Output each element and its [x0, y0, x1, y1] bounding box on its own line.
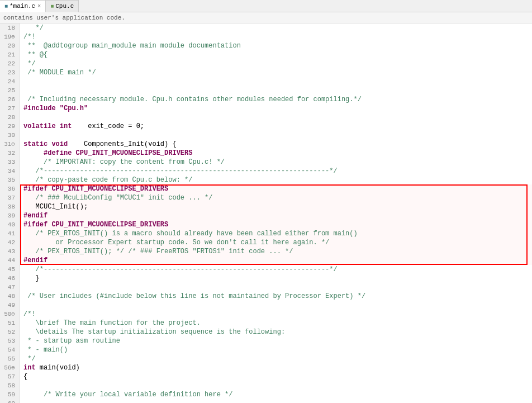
code-line-28: [23, 113, 532, 122]
tab-icon-cpu: ■: [50, 3, 54, 10]
line-num-40: 40: [0, 220, 17, 229]
code-line-39: #endif: [23, 211, 532, 220]
line-num-33: 33: [0, 158, 17, 167]
code-line-47: [23, 283, 532, 292]
code-line-58: [23, 381, 532, 390]
code-line-55: */: [23, 354, 532, 363]
line-num-47: 47: [0, 283, 17, 292]
code-line-30: [23, 131, 532, 140]
code-line-20: ** @addtogroup main_module main module d…: [23, 41, 532, 50]
line-num-59: 59: [0, 390, 17, 399]
line-num-58: 58: [0, 381, 17, 390]
line-num-46: 46: [0, 274, 17, 283]
line-num-56: 56⊖: [0, 363, 17, 372]
line-num-49: 49: [0, 301, 17, 310]
line-num-48: 48: [0, 292, 17, 301]
tab-bar: ■ *main.c × ■ Cpu.c: [0, 0, 532, 12]
line-num-35: 35: [0, 176, 17, 184]
code-line-23: /* MODULE main */: [23, 68, 532, 77]
code-line-42: or Processor Expert startup code. So we …: [23, 238, 532, 247]
line-num-18: 18: [0, 23, 17, 32]
code-line-51: \brief The main function for the project…: [23, 319, 532, 328]
code-line-38: MCUC1_Init();: [23, 202, 532, 211]
path-suffix: contains user's application code.: [3, 15, 125, 21]
line-numbers: 1819⊖202122232425262728293031⊖3233343536…: [0, 23, 20, 403]
code-line-34: /*--------------------------------------…: [23, 167, 532, 176]
code-line-25: [23, 86, 532, 95]
line-num-21: 21: [0, 50, 17, 59]
line-num-29: 29: [0, 122, 17, 131]
code-line-26: /* Including necessary module. Cpu.h con…: [23, 95, 532, 104]
code-line-29: volatile int exit_code = 0;: [23, 122, 532, 131]
code-line-60: [23, 399, 532, 403]
line-num-23: 23: [0, 68, 17, 77]
line-num-24: 24: [0, 77, 17, 86]
line-num-42: 42: [0, 238, 17, 247]
code-line-45: /*--------------------------------------…: [23, 265, 532, 274]
code-line-32: #define CPU_INIT_MCUONECLIPSE_DRIVERS: [23, 149, 532, 158]
line-num-26: 26: [0, 95, 17, 104]
line-num-27: 27: [0, 104, 17, 113]
line-num-22: 22: [0, 59, 17, 68]
code-line-27: #include "Cpu.h": [23, 104, 532, 113]
code-line-50: /*!: [23, 310, 532, 319]
line-num-36: 36: [0, 184, 17, 193]
code-line-35: /* copy-paste code from Cpu.c below: */: [23, 176, 532, 184]
code-line-21: ** @{: [23, 50, 532, 59]
code-editor: 1819⊖202122232425262728293031⊖3233343536…: [0, 23, 532, 403]
tab-label-main: *main.c: [10, 3, 35, 10]
code-line-46: }: [23, 274, 532, 283]
code-line-59: /* Write your local variable definition …: [23, 390, 532, 399]
code-line-33: /* IMPORTANT: copy the content from Cpu.…: [23, 158, 532, 167]
code-line-18: */: [23, 23, 532, 32]
code-line-40: #ifdef CPU_INIT_MCUONECLIPSE_DRIVERS: [23, 220, 532, 229]
line-num-57: 57: [0, 372, 17, 381]
line-num-55: 55: [0, 354, 17, 363]
line-num-20: 20: [0, 41, 17, 50]
code-line-54: * - main(): [23, 345, 532, 354]
line-num-25: 25: [0, 86, 17, 95]
line-num-53: 53: [0, 336, 17, 345]
tab-main-c[interactable]: ■ *main.c ×: [0, 0, 46, 12]
line-num-50: 50⊖: [0, 310, 17, 319]
line-num-37: 37: [0, 193, 17, 202]
code-line-19: /*!: [23, 32, 532, 41]
code-line-53: * - startup asm routine: [23, 336, 532, 345]
line-num-31: 31⊖: [0, 140, 17, 149]
line-num-43: 43: [0, 247, 17, 256]
code-line-43: /* PEX_RTOS_INIT(); */ /* ### FreeRTOS "…: [23, 247, 532, 256]
code-line-22: */: [23, 59, 532, 68]
code-line-24: [23, 77, 532, 86]
line-num-41: 41: [0, 229, 17, 238]
code-line-52: \details The startup initialization sequ…: [23, 328, 532, 336]
line-num-45: 45: [0, 265, 17, 274]
code-line-36: #ifdef CPU_INIT_MCUONECLIPSE_DRIVERS: [23, 184, 532, 193]
code-line-48: /* User includes (#include below this li…: [23, 292, 532, 301]
line-num-32: 32: [0, 149, 17, 158]
line-num-54: 54: [0, 345, 17, 354]
line-num-51: 51: [0, 319, 17, 328]
code-content[interactable]: *//*! ** @addtogroup main_module main mo…: [20, 23, 532, 403]
line-num-19: 19⊖: [0, 32, 17, 41]
code-line-44: #endif: [23, 256, 532, 265]
code-line-49: [23, 301, 532, 310]
tab-label-cpu: Cpu.c: [55, 3, 74, 10]
code-line-31: static void Components_Init(void) {: [23, 140, 532, 149]
code-line-37: /* ### McuLibConfig "MCUC1" init code ..…: [23, 193, 532, 202]
line-num-28: 28: [0, 113, 17, 122]
code-line-56: int main(void): [23, 363, 532, 372]
tab-close-main[interactable]: ×: [37, 3, 41, 10]
line-num-39: 39: [0, 211, 17, 220]
tab-cpu-c[interactable]: ■ Cpu.c: [46, 0, 79, 12]
editor-area: 1819⊖202122232425262728293031⊖3233343536…: [0, 23, 532, 403]
line-num-38: 38: [0, 202, 17, 211]
line-num-60: 60: [0, 399, 17, 403]
code-line-57: {: [23, 372, 532, 381]
tab-icon-main: ■: [4, 3, 8, 10]
line-num-44: 44: [0, 256, 17, 265]
line-num-30: 30: [0, 131, 17, 140]
line-num-52: 52: [0, 328, 17, 336]
code-line-41: /* PEX_RTOS_INIT() is a macro should alr…: [23, 229, 532, 238]
line-num-34: 34: [0, 167, 17, 176]
path-bar: contains user's application code.: [0, 12, 532, 23]
